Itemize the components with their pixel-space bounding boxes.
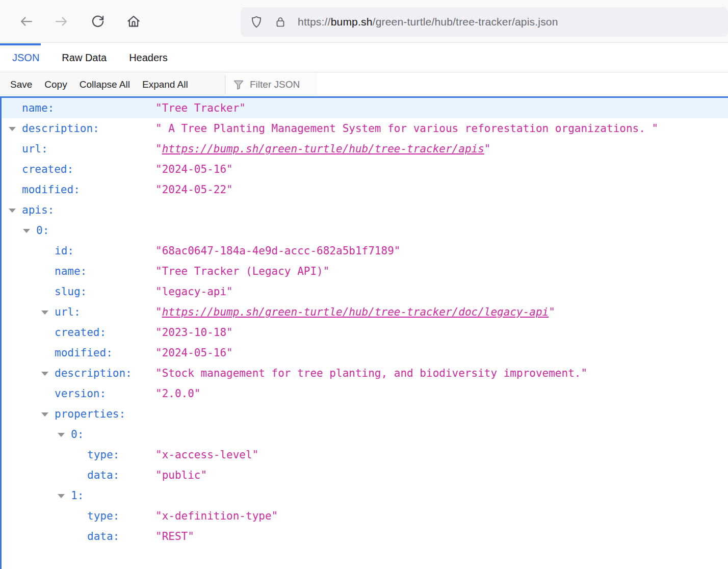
tab-json[interactable]: JSON (12, 52, 39, 64)
filter-placeholder: Filter JSON (250, 79, 300, 90)
lock-icon[interactable] (274, 15, 287, 29)
save-button[interactable]: Save (10, 79, 32, 90)
json-row[interactable]: name:"Tree Tracker (Legacy API)" (2, 261, 728, 281)
json-value-link[interactable]: https://bump.sh/green-turtle/hub/tree-tr… (162, 306, 549, 318)
json-key: 0: (71, 424, 84, 445)
viewer-tabstrip: JSONRaw DataHeaders (0, 43, 728, 72)
home-icon (126, 14, 141, 29)
json-value: "legacy-api" (155, 281, 233, 302)
json-key: data: (87, 465, 119, 485)
json-value: "REST" (155, 526, 194, 547)
json-row[interactable]: 0: (2, 424, 728, 445)
json-key: modified: (22, 179, 80, 200)
json-row[interactable]: created:"2024-05-16" (2, 159, 728, 179)
back-arrow-icon (19, 14, 34, 29)
viewer-toolbar: SaveCopyCollapse AllExpand All Filter JS… (0, 73, 728, 96)
chevron-down-icon[interactable] (41, 311, 48, 315)
json-row[interactable]: version:"2.0.0" (2, 383, 728, 404)
json-value: "x-definition-type" (155, 506, 278, 526)
url-scheme: https:// (298, 16, 331, 28)
back-button[interactable] (16, 11, 37, 32)
json-value: "Tree Tracker (Legacy API)" (155, 261, 329, 281)
json-row[interactable]: data:"REST" (2, 526, 728, 547)
json-value[interactable]: "https://bump.sh/green-turtle/hub/tree-t… (155, 139, 490, 159)
json-row[interactable]: data:"public" (2, 465, 728, 485)
json-key: url: (55, 302, 81, 322)
json-row[interactable]: id:"68ac0647-184a-4e9d-accc-682a5b1f7189… (2, 241, 728, 261)
json-value: " A Tree Planting Management System for … (155, 118, 658, 139)
json-row[interactable]: type:"x-access-level" (2, 445, 728, 465)
url-domain: bump.sh (331, 16, 373, 28)
json-value: "Stock management for tree planting, and… (155, 363, 587, 383)
url-bar[interactable]: https://bump.sh/green-turtle/hub/tree-tr… (241, 7, 728, 37)
reload-icon (90, 14, 106, 29)
json-key: type: (87, 506, 119, 526)
json-row[interactable]: slug:"legacy-api" (2, 281, 728, 302)
reload-button[interactable] (88, 11, 108, 32)
chevron-down-icon[interactable] (9, 127, 16, 131)
chevron-down-icon[interactable] (23, 229, 30, 233)
json-key: created: (55, 322, 106, 343)
json-key: data: (87, 526, 119, 547)
json-row[interactable]: name:"Tree Tracker" (2, 98, 728, 118)
expand-all-button[interactable]: Expand All (142, 79, 188, 90)
shield-icon[interactable] (250, 15, 263, 29)
json-row[interactable]: created:"2023-10-18" (2, 322, 728, 343)
json-row[interactable]: modified:"2024-05-16" (2, 343, 728, 363)
chevron-down-icon[interactable] (9, 209, 16, 213)
json-value[interactable]: "https://bump.sh/green-turtle/hub/tree-t… (155, 302, 555, 322)
json-key: created: (22, 159, 73, 179)
chevron-down-icon[interactable] (41, 412, 48, 417)
url-text: https://bump.sh/green-turtle/hub/tree-tr… (298, 16, 558, 28)
json-row[interactable]: modified:"2024-05-22" (2, 179, 728, 200)
json-key: 0: (36, 220, 49, 241)
json-key: url: (22, 139, 48, 159)
home-button[interactable] (123, 11, 144, 32)
json-value: "x-access-level" (155, 445, 258, 465)
json-row[interactable]: description:"Stock management for tree p… (2, 363, 728, 383)
funnel-icon (232, 79, 245, 91)
json-key: properties: (55, 404, 125, 424)
json-row[interactable]: type:"x-definition-type" (2, 506, 728, 526)
json-key: version: (55, 383, 106, 404)
json-row[interactable]: properties: (2, 404, 728, 424)
collapse-all-button[interactable]: Collapse All (80, 79, 130, 90)
json-key: name: (22, 98, 54, 118)
json-value: "2024-05-16" (155, 343, 233, 363)
json-value: "68ac0647-184a-4e9d-accc-682a5b1f7189" (155, 241, 400, 261)
json-value: "2024-05-16" (155, 159, 233, 179)
copy-button[interactable]: Copy (44, 79, 67, 90)
filter-input[interactable]: Filter JSON (225, 73, 317, 96)
browser-window: https://bump.sh/green-turtle/hub/tree-tr… (0, 0, 728, 569)
json-key: apis: (22, 200, 54, 220)
json-key: description: (22, 118, 99, 139)
chevron-down-icon[interactable] (58, 494, 65, 498)
json-row[interactable]: description:" A Tree Planting Management… (2, 118, 728, 139)
active-tab-indicator (0, 43, 41, 45)
json-key: name: (55, 261, 87, 281)
json-key: description: (55, 363, 132, 383)
json-row[interactable]: apis: (2, 200, 728, 220)
json-value: "public" (155, 465, 207, 485)
forward-button[interactable] (51, 11, 71, 32)
tab-raw-data[interactable]: Raw Data (62, 52, 107, 64)
tab-headers[interactable]: Headers (129, 52, 168, 64)
url-path: /green-turtle/hub/tree-tracker/apis.json (373, 16, 558, 28)
json-row[interactable]: url:"https://bump.sh/green-turtle/hub/tr… (2, 139, 728, 159)
json-key: type: (87, 445, 119, 465)
json-value-link[interactable]: https://bump.sh/green-turtle/hub/tree-tr… (162, 143, 484, 155)
json-row[interactable]: 0: (2, 220, 728, 241)
browser-chrome: https://bump.sh/green-turtle/hub/tree-tr… (0, 0, 728, 43)
json-row[interactable]: 1: (2, 485, 728, 506)
chevron-down-icon[interactable] (41, 372, 48, 376)
json-key: 1: (71, 485, 84, 506)
json-key: slug: (55, 281, 87, 302)
json-row[interactable]: url:"https://bump.sh/green-turtle/hub/tr… (2, 302, 728, 322)
json-value: "2024-05-22" (155, 179, 233, 200)
chevron-down-icon[interactable] (58, 433, 65, 437)
json-value: "2.0.0" (155, 383, 201, 404)
forward-arrow-icon (54, 14, 69, 29)
viewer-tabs: JSONRaw DataHeaders (0, 43, 728, 72)
json-value: "Tree Tracker" (155, 98, 246, 118)
toolbar-button-group: SaveCopyCollapse AllExpand All (0, 73, 225, 96)
